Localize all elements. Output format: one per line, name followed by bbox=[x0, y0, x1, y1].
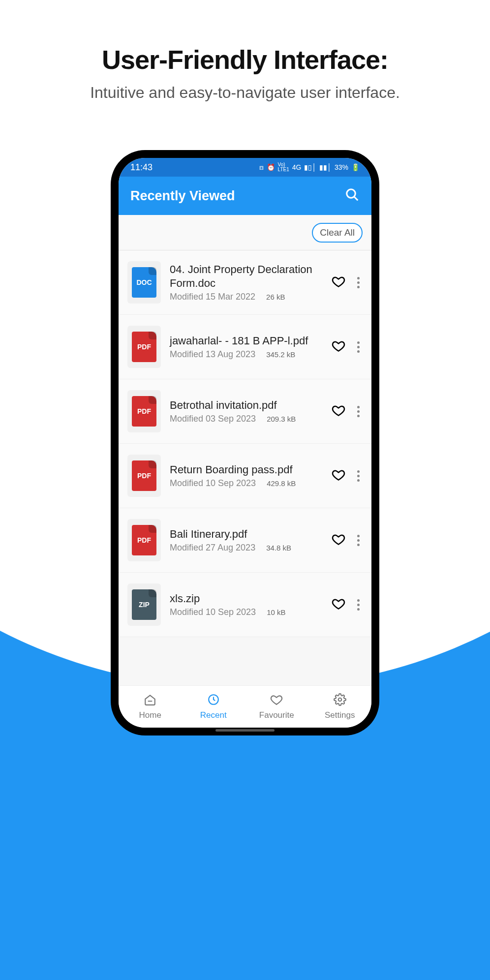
list-item[interactable]: DOC 04. Joint Property Declaration Form.… bbox=[119, 250, 371, 315]
heart-icon bbox=[270, 693, 283, 708]
file-name: Return Boarding pass.pdf bbox=[170, 463, 323, 477]
more-icon[interactable] bbox=[354, 403, 363, 420]
phone-screen: 11:43 ⧈ ⏰ Vo)LTE1 4G ▮▯│ ▮▮│ 33% 🔋 Recen… bbox=[119, 158, 371, 728]
battery-icon: 🔋 bbox=[351, 163, 360, 171]
nav-label: Home bbox=[139, 710, 161, 720]
favourite-icon[interactable] bbox=[332, 339, 345, 355]
file-name: 04. Joint Property Declaration Form.doc bbox=[170, 263, 323, 290]
more-icon[interactable] bbox=[354, 596, 363, 613]
file-modified: Modified 10 Sep 2023 bbox=[170, 478, 256, 489]
svg-line-1 bbox=[354, 197, 358, 201]
file-size: 34.8 kB bbox=[266, 544, 291, 552]
file-size: 26 kB bbox=[266, 293, 285, 301]
volte-icon: Vo)LTE1 bbox=[278, 162, 289, 172]
more-icon[interactable] bbox=[354, 467, 363, 485]
nav-recent[interactable]: Recent bbox=[182, 686, 245, 728]
nav-home[interactable]: Home bbox=[119, 686, 182, 728]
list-item[interactable]: PDF Betrothal invitation.pdf Modified 03… bbox=[119, 379, 371, 444]
favourite-icon[interactable] bbox=[332, 597, 345, 612]
file-size: 209.3 kB bbox=[267, 415, 296, 423]
marketing-title: User-Friendly Interface: bbox=[0, 44, 490, 75]
file-modified: Modified 15 Mar 2022 bbox=[170, 292, 255, 302]
nav-settings[interactable]: Settings bbox=[308, 686, 372, 728]
favourite-icon[interactable] bbox=[332, 468, 345, 484]
zip-icon: ZIP bbox=[127, 583, 161, 626]
nav-favourite[interactable]: Favourite bbox=[245, 686, 308, 728]
screen-title: Recently Viewed bbox=[130, 188, 235, 204]
status-time: 11:43 bbox=[130, 162, 153, 173]
file-modified: Modified 03 Sep 2023 bbox=[170, 414, 256, 424]
pdf-icon: PDF bbox=[127, 326, 161, 368]
favourite-icon[interactable] bbox=[332, 532, 345, 548]
nav-label: Favourite bbox=[259, 710, 294, 720]
list-item[interactable]: PDF Bali Itinerary.pdf Modified 27 Aug 2… bbox=[119, 508, 371, 573]
file-modified: Modified 13 Aug 2023 bbox=[170, 349, 255, 360]
gear-icon bbox=[334, 693, 346, 708]
file-size: 345.2 kB bbox=[266, 350, 295, 359]
list-item[interactable]: ZIP xls.zip Modified 10 Sep 2023 10 kB bbox=[119, 573, 371, 637]
file-modified: Modified 27 Aug 2023 bbox=[170, 543, 255, 553]
network-icon: 4G bbox=[292, 163, 302, 171]
more-icon[interactable] bbox=[354, 532, 363, 549]
bottom-nav: Home Recent Favourite Settings bbox=[119, 685, 371, 728]
svg-point-4 bbox=[338, 698, 342, 702]
marketing-subtitle: Intuitive and easy-to-navigate user inte… bbox=[0, 84, 490, 102]
status-bar: 11:43 ⧈ ⏰ Vo)LTE1 4G ▮▯│ ▮▮│ 33% 🔋 bbox=[119, 158, 371, 177]
file-list: DOC 04. Joint Property Declaration Form.… bbox=[119, 250, 371, 685]
file-name: xls.zip bbox=[170, 592, 323, 606]
favourite-icon[interactable] bbox=[332, 403, 345, 419]
nav-label: Settings bbox=[325, 710, 355, 720]
app-bar: Recently Viewed bbox=[119, 177, 371, 215]
more-icon[interactable] bbox=[354, 338, 363, 356]
svg-point-0 bbox=[347, 189, 356, 198]
file-modified: Modified 10 Sep 2023 bbox=[170, 607, 256, 617]
clear-all-button[interactable]: Clear All bbox=[312, 223, 363, 243]
nav-label: Recent bbox=[200, 710, 227, 720]
clock-icon bbox=[207, 693, 220, 708]
phone-frame: 11:43 ⧈ ⏰ Vo)LTE1 4G ▮▯│ ▮▮│ 33% 🔋 Recen… bbox=[111, 150, 379, 735]
search-icon[interactable] bbox=[345, 187, 360, 204]
status-icons: ⧈ ⏰ Vo)LTE1 4G ▮▯│ ▮▮│ 33% 🔋 bbox=[259, 162, 360, 172]
pdf-icon: PDF bbox=[127, 390, 161, 432]
list-item[interactable]: PDF jawaharlal- - 181 B APP-l.pdf Modifi… bbox=[119, 315, 371, 379]
file-name: Betrothal invitation.pdf bbox=[170, 398, 323, 412]
more-icon[interactable] bbox=[354, 274, 363, 291]
file-size: 10 kB bbox=[267, 608, 285, 616]
doc-icon: DOC bbox=[127, 261, 161, 304]
signal-icon-2: ▮▮│ bbox=[319, 163, 332, 171]
file-size: 429.8 kB bbox=[267, 479, 296, 488]
favourite-icon[interactable] bbox=[332, 275, 345, 290]
file-name: jawaharlal- - 181 B APP-l.pdf bbox=[170, 334, 323, 348]
pdf-icon: PDF bbox=[127, 519, 161, 561]
alarm-icon: ⏰ bbox=[267, 163, 275, 171]
signal-icon: ▮▯│ bbox=[304, 163, 316, 171]
list-item[interactable]: PDF Return Boarding pass.pdf Modified 10… bbox=[119, 444, 371, 508]
pdf-icon: PDF bbox=[127, 455, 161, 497]
camera-icon: ⧈ bbox=[259, 163, 264, 172]
sub-bar: Clear All bbox=[119, 215, 371, 250]
battery-text: 33% bbox=[335, 163, 348, 171]
home-icon bbox=[144, 693, 156, 708]
file-name: Bali Itinerary.pdf bbox=[170, 527, 323, 541]
